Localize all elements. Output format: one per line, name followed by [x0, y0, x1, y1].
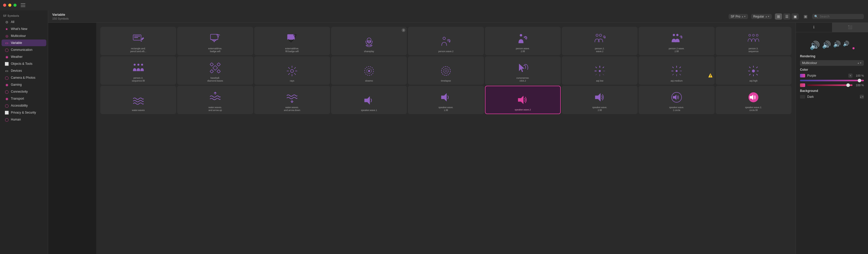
- font-family-selector[interactable]: SF Pro ▲▼: [728, 14, 748, 19]
- sidebar-item-camera-photos[interactable]: ◯ Camera & Photos: [2, 74, 46, 81]
- sidebar-item-whats-new[interactable]: ★ What's New: [2, 26, 46, 32]
- list-item[interactable]: person.3.sequence.fill: [100, 56, 176, 85]
- svg-point-44: [676, 70, 678, 72]
- sidebar-item-all[interactable]: ⊙ All: [2, 19, 46, 25]
- person-wave2-icon: [440, 34, 452, 48]
- svg-point-18: [752, 34, 754, 36]
- list-item[interactable]: speaker.wave.2.circle.fill: [716, 86, 792, 114]
- list-item[interactable]: water.waves.and.arrow.up: [177, 86, 253, 114]
- panel-tab-info[interactable]: ℹ: [796, 23, 832, 32]
- close-button[interactable]: [3, 4, 6, 7]
- symbol-name: speaker.wave.2.fill: [592, 106, 607, 112]
- list-item[interactable]: speaker.wave.1.fill: [408, 86, 484, 114]
- svg-rect-24: [210, 63, 214, 66]
- timelapse-icon: [440, 64, 452, 78]
- whats-new-icon: ★: [5, 27, 9, 31]
- maximize-button[interactable]: [13, 4, 17, 7]
- list-item[interactable]: water.waves.and.arrow.down: [254, 86, 330, 114]
- water-waves-up-icon: [209, 90, 221, 105]
- symbol-name: person.3.sequence.fill: [132, 77, 145, 83]
- preview-symbol-4: 🔊: [843, 40, 849, 50]
- list-item[interactable]: speaker.wave.1: [331, 86, 407, 114]
- sidebar-item-devices[interactable]: ▭ Devices: [2, 67, 46, 74]
- list-item[interactable]: speaker.wave.2: [485, 86, 561, 114]
- sidebar-item-accessibility[interactable]: ◯ Accessibility: [2, 102, 46, 109]
- aqi-low-icon: [594, 64, 606, 78]
- symbol-name: externaldrive.badge.wifi: [208, 47, 222, 53]
- list-item[interactable]: externaldrive.badge.wifi: [177, 27, 253, 55]
- preview-symbol-3: 🔊: [833, 40, 841, 50]
- sidebar-item-objects-tools[interactable]: ⬜ Objects & Tools: [2, 61, 46, 67]
- minimize-button[interactable]: [8, 4, 11, 7]
- list-item[interactable]: speaker.wave.2.fill: [562, 86, 638, 114]
- list-item[interactable]: externaldrive.fill.badge.wifi: [254, 27, 330, 55]
- list-item[interactable]: person.2.wave.2: [562, 27, 638, 55]
- list-item[interactable]: rectangle.and.pencil.and.elli...: [100, 27, 176, 55]
- view-gallery-button[interactable]: ▣: [792, 13, 799, 20]
- svg-line-36: [288, 73, 290, 75]
- list-item[interactable]: water.waves: [100, 86, 176, 114]
- svg-line-34: [294, 73, 296, 75]
- sidebar-toggle-icon[interactable]: [21, 3, 25, 7]
- list-item[interactable]: aqi.low: [562, 56, 638, 85]
- list-item[interactable]: cursorarrow.click.2: [485, 56, 561, 85]
- symbol-name: speaker.wave.1.fill: [438, 106, 454, 112]
- symbol-name: person.2.wave.2.fill: [669, 47, 684, 53]
- color-purple-row: Purple ▼ 100 %: [800, 74, 864, 78]
- list-item[interactable]: timelapse: [408, 56, 484, 85]
- list-item[interactable]: person.wave.2: [408, 27, 484, 55]
- symbol-name: timelapse: [441, 79, 451, 83]
- warning-badge: ⚠️: [708, 73, 713, 77]
- list-item[interactable]: rays: [254, 56, 330, 85]
- purple-slider[interactable]: [800, 80, 864, 81]
- view-list-button[interactable]: ☰: [783, 13, 790, 20]
- search-input[interactable]: [819, 15, 859, 18]
- svg-point-39: [368, 70, 370, 72]
- panel-toggle-button[interactable]: ▣: [802, 13, 809, 20]
- symbol-name: rectangle.and.pencil.and.elli...: [130, 47, 146, 53]
- svg-marker-50: [518, 96, 524, 104]
- panel-tabs: ℹ ⬛: [796, 23, 868, 32]
- water-waves-icon: [132, 93, 145, 107]
- symbol-name: speaker.wave.2: [515, 108, 531, 111]
- list-item[interactable]: baseball.diamond.bases: [177, 56, 253, 85]
- list-item[interactable]: person.3.sequence: [716, 27, 792, 55]
- svg-line-35: [294, 67, 296, 69]
- pink-slider[interactable]: [807, 84, 852, 86]
- view-grid-button[interactable]: ⊞: [775, 13, 782, 20]
- customize-tab-icon: ⬛: [848, 25, 852, 29]
- sidebar-item-variable-label: Variable: [11, 41, 22, 45]
- svg-point-20: [133, 64, 135, 66]
- background-dropdown[interactable]: ▲▼: [860, 95, 864, 99]
- sidebar-item-communication[interactable]: ◯ Communication: [2, 46, 46, 53]
- list-item[interactable]: ℹ shareplay: [331, 27, 407, 55]
- symbol-name: water.waves: [132, 109, 145, 112]
- sidebar-item-multicolour[interactable]: ◎ Multicolour: [2, 33, 46, 39]
- panel-tab-customize[interactable]: ⬛: [832, 23, 868, 32]
- weather-icon: ◉: [5, 55, 9, 59]
- list-item[interactable]: slowmo: [331, 56, 407, 85]
- speaker-wave2-icon: [517, 93, 529, 107]
- font-weight-selector[interactable]: Regular ▲▼: [751, 14, 772, 19]
- sidebar-item-privacy-security[interactable]: ⬜ Privacy & Security: [2, 109, 46, 116]
- symbol-name: aqi.high: [749, 79, 758, 83]
- sidebar-item-transport[interactable]: ◉ Transport: [2, 95, 46, 102]
- sidebar-item-human[interactable]: ◯ Human: [2, 116, 46, 123]
- list-item[interactable]: person.2.wave.2.fill: [639, 27, 714, 55]
- svg-rect-25: [217, 63, 221, 66]
- sidebar-item-variable[interactable]: ▭ Variable: [2, 39, 46, 46]
- symbol-grid-container: rectangle.and.pencil.and.elli... externa…: [96, 23, 796, 254]
- list-item[interactable]: person.wave.2.fill: [485, 27, 561, 55]
- color-dropdown-purple[interactable]: ▼: [848, 74, 852, 78]
- rendering-selector[interactable]: Multicolour ▲▼: [800, 60, 864, 66]
- list-item[interactable]: speaker.wave.2.circle: [639, 86, 714, 114]
- list-item[interactable]: aqi.high: [716, 56, 792, 85]
- list-item[interactable]: ⚠️ aqi.medium: [639, 56, 714, 85]
- variable-icon: ▭: [5, 41, 9, 45]
- sidebar-item-gaming[interactable]: ◉ Gaming: [2, 81, 46, 88]
- sidebar-item-weather[interactable]: ◉ Weather: [2, 53, 46, 60]
- sidebar-item-connectivity[interactable]: ◯ Connectivity: [2, 88, 46, 95]
- speaker-wave1-icon: [363, 93, 375, 107]
- speaker-wave2-circle-icon: [671, 90, 683, 105]
- sidebar-item-devices-label: Devices: [11, 69, 22, 73]
